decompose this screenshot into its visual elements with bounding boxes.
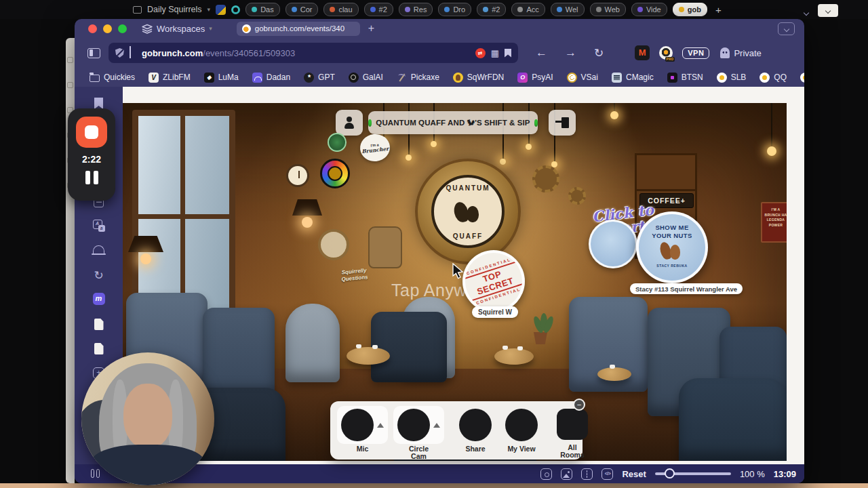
room-title: QUANTUM QUAFF AND 🐿'S SHIFT & SIP bbox=[376, 119, 530, 127]
new-tab-icon[interactable]: + bbox=[715, 4, 722, 16]
bookmark-sqwr[interactable]: SqWr bbox=[800, 73, 804, 83]
foreground-chair bbox=[679, 378, 787, 461]
translate-icon[interactable] bbox=[75, 220, 123, 232]
zoom-slider-knob[interactable] bbox=[665, 468, 675, 479]
btsn-icon bbox=[667, 73, 677, 83]
toolbar: gobrunch.com/events/340561/509303 ⇄ ▦ ← … bbox=[75, 38, 804, 68]
sidebar-toggle-icon[interactable] bbox=[87, 48, 100, 58]
workspaces-menu[interactable]: Workspaces ▾ bbox=[142, 24, 212, 34]
background-tab[interactable]: Dro bbox=[438, 3, 471, 16]
background-tab[interactable]: #2 bbox=[364, 3, 393, 16]
all-rooms-button[interactable] bbox=[557, 409, 588, 440]
pinned-tab-icon[interactable] bbox=[231, 5, 240, 14]
focus-capture-icon[interactable] bbox=[540, 468, 552, 480]
participant-avatar-stacy[interactable]: SHOW ME YOUR NUTS STACY REBUKA bbox=[636, 211, 708, 283]
string-light bbox=[526, 144, 532, 150]
tab-overflow-icon[interactable] bbox=[804, 5, 808, 18]
participant-avatar-squirrel-w[interactable]: CONFIDENTIAL TOP SECRET CONFIDENTIAL bbox=[462, 250, 525, 312]
bookmark-flag-icon[interactable] bbox=[75, 98, 123, 109]
new-tab-button[interactable]: + bbox=[368, 22, 374, 35]
webcam-bubble[interactable] bbox=[81, 352, 214, 485]
brunch-sign: I'M A BRUNCH HA LEGENDA POWER bbox=[761, 202, 787, 243]
my-view-button[interactable] bbox=[505, 409, 538, 441]
pinned-tab-icon[interactable] bbox=[216, 5, 226, 15]
bookmark-luma[interactable]: ◆LuMa bbox=[204, 73, 239, 83]
address-bar[interactable]: gobrunch.com/events/340561/509303 ⇄ ▦ bbox=[108, 43, 518, 63]
vpn-button[interactable]: VPN bbox=[682, 47, 709, 59]
bookmark-icon[interactable] bbox=[505, 49, 511, 58]
mic-button[interactable] bbox=[341, 409, 374, 441]
url-text[interactable]: gobrunch.com/events/340561/509303 bbox=[142, 48, 295, 58]
background-tab[interactable]: Das bbox=[245, 3, 280, 16]
back-button[interactable]: ← bbox=[536, 46, 547, 60]
armchair bbox=[203, 308, 275, 397]
shield-off-icon[interactable] bbox=[115, 48, 124, 58]
image-icon[interactable] bbox=[561, 468, 572, 480]
reset-zoom-button[interactable]: Reset bbox=[622, 469, 646, 479]
mastodon-icon[interactable]: m bbox=[75, 293, 123, 305]
leave-room-button[interactable] bbox=[549, 110, 576, 136]
collapse-panel-button[interactable]: – bbox=[573, 399, 585, 411]
reload-button[interactable]: ↻ bbox=[594, 46, 604, 60]
bookmark-qq[interactable]: QQ bbox=[760, 73, 787, 83]
food-cloche-icon[interactable] bbox=[75, 245, 123, 253]
share-button[interactable] bbox=[459, 409, 492, 441]
zoom-slider[interactable] bbox=[655, 472, 731, 475]
background-tab[interactable]: Wel bbox=[551, 3, 585, 16]
close-button[interactable] bbox=[88, 24, 97, 33]
forward-button[interactable]: → bbox=[565, 46, 576, 60]
qr-code-icon[interactable]: ▦ bbox=[491, 48, 499, 58]
bookmark-cmagic[interactable]: CMagic bbox=[612, 73, 654, 83]
stop-recording-button[interactable] bbox=[76, 117, 107, 148]
background-tab[interactable]: Res bbox=[399, 3, 433, 16]
plant-pot bbox=[532, 332, 549, 344]
bookmark-psyai[interactable]: OPsyAI bbox=[517, 73, 553, 83]
bookmark-btsn[interactable]: BTSN bbox=[667, 73, 703, 83]
pause-icon[interactable] bbox=[91, 469, 100, 478]
document-icon[interactable] bbox=[75, 343, 123, 354]
bookmark-zlibfm[interactable]: VZLibFM bbox=[149, 73, 191, 83]
gobrunch-bubble-icon bbox=[800, 73, 804, 83]
background-tab[interactable]: Web bbox=[590, 3, 626, 16]
participant-name-label: Stacy #113 Squirrel Wrangler Ave bbox=[630, 283, 743, 294]
bookmark-pickaxe[interactable]: Pickaxe bbox=[397, 73, 439, 83]
seat-avatar-small[interactable] bbox=[589, 220, 637, 268]
bookmark-galai[interactable]: GalAI bbox=[349, 73, 383, 83]
av-controls-panel: Mic Circle Cam Share My View All Rooms – bbox=[330, 401, 583, 460]
luma-icon: ◆ bbox=[204, 73, 214, 83]
bookmark-dadan[interactable]: Dadan bbox=[252, 73, 290, 83]
bookmark-gpt[interactable]: *GPT bbox=[304, 73, 335, 83]
fullscreen-button[interactable] bbox=[118, 24, 127, 33]
all-rooms-label: All Rooms bbox=[557, 444, 587, 459]
split-view-icon[interactable] bbox=[581, 468, 593, 480]
window-menu-button[interactable] bbox=[778, 22, 795, 35]
minimize-button[interactable] bbox=[103, 24, 112, 33]
background-tab[interactable]: Vide bbox=[631, 3, 667, 16]
exit-door-icon bbox=[555, 117, 569, 128]
document-icon[interactable] bbox=[75, 319, 123, 330]
active-tab[interactable]: gobrunch.com/events/340 bbox=[237, 22, 360, 36]
refresh-icon[interactable]: ↻ bbox=[75, 268, 123, 283]
background-tab[interactable]: Cor bbox=[285, 3, 319, 16]
mic-options-caret[interactable] bbox=[377, 423, 384, 428]
background-tab[interactable]: #2 bbox=[477, 3, 506, 16]
extension-camera-icon[interactable]: PRO bbox=[659, 46, 673, 60]
background-tab[interactable]: Acc bbox=[511, 3, 545, 16]
caret-down-icon[interactable]: ▾ bbox=[208, 6, 211, 13]
circle-cam-button[interactable] bbox=[397, 409, 430, 441]
pause-recording-button[interactable] bbox=[85, 171, 98, 184]
background-tab-active[interactable]: gob bbox=[673, 3, 707, 16]
extension-m-icon[interactable]: M bbox=[635, 45, 650, 60]
participants-button[interactable] bbox=[336, 110, 363, 136]
bookmark-slb[interactable]: SLB bbox=[717, 73, 747, 83]
background-tab[interactable]: clau bbox=[323, 3, 358, 16]
tab-preview-button[interactable] bbox=[818, 4, 838, 17]
cam-options-caret[interactable] bbox=[433, 423, 440, 428]
person-icon bbox=[343, 117, 355, 129]
code-view-icon[interactable]: </> bbox=[601, 468, 613, 480]
bookmark-vsai[interactable]: VSai bbox=[567, 73, 598, 83]
bookmark-quickies[interactable]: Quickies bbox=[90, 73, 135, 82]
pickaxe-icon bbox=[397, 73, 407, 83]
bookmark-sqwrfdn[interactable]: SqWrFDN bbox=[453, 73, 504, 83]
translate-icon[interactable]: ⇄ bbox=[475, 48, 486, 58]
